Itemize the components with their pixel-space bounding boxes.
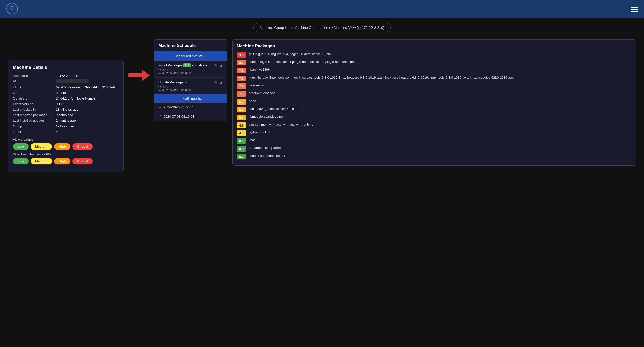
machine-packages-panel: Machine Packages 9.8gir1.2-glib-2.0, lib…	[232, 39, 636, 166]
detail-row: UUID6ec47a80-aaab-45c3-bc84-fcc5913c2e9d	[13, 85, 118, 89]
package-score: 5.3	[237, 115, 246, 120]
package-item: 4.4python3-urllib3	[237, 130, 632, 136]
detail-row: Hostnameip-172-22-2-210	[13, 74, 118, 78]
package-item: 6.7nano	[237, 99, 632, 105]
delete-schedule-icon[interactable]: 🗑	[219, 80, 223, 84]
detail-row: IP	[13, 79, 118, 84]
package-name: python3-urllib3	[249, 130, 270, 135]
view-changes-critical-button[interactable]: Critical	[72, 143, 93, 150]
detail-row: GroupNot assigned	[13, 124, 118, 128]
package-score: 0.0	[237, 138, 246, 144]
view-changes-medium-button[interactable]: Medium	[31, 143, 52, 150]
report-success-icon: ✓	[158, 114, 162, 119]
download-label: Download changes as PDF	[13, 152, 118, 156]
svg-text:🛡: 🛡	[9, 5, 15, 11]
header: 🛡	[0, 0, 644, 18]
package-name: amd64-microcode	[249, 91, 275, 95]
schedule-item: Install Packages 0.1 and above✏🗑One offN…	[154, 61, 227, 78]
package-score: 7.8	[237, 76, 246, 81]
view-changes-high-button[interactable]: High	[54, 143, 70, 150]
package-item: 4.5vim-common, vim, xxd, vim-tiny, vim-r…	[237, 122, 632, 128]
main-content: Machine Details Hostnameip-172-22-2-210I…	[0, 37, 644, 180]
report-item: ✓2024-07-08 04:10:04	[154, 112, 227, 121]
detail-row: OSubuntu	[13, 91, 118, 95]
edit-schedule-icon[interactable]: ✏	[214, 63, 217, 67]
package-score: 6.7	[237, 99, 246, 105]
schedule-item: Update Package List ✏🗑One offNext : 2024…	[154, 78, 227, 94]
package-name: vim-common, vim, xxd, vim-tiny, vim-runt…	[249, 122, 313, 127]
package-name: needrestart	[249, 83, 265, 88]
package-item: 7.8libarchive13t64	[237, 67, 632, 73]
package-name: libmodule-scandeps-perl	[249, 114, 285, 119]
add-scheduled-event-button[interactable]: +	[204, 53, 207, 59]
detail-row: Last reported packages9 hours ago	[13, 113, 118, 117]
package-item: 0.0libacl1	[237, 138, 632, 144]
detail-row: Last installed updates2 months ago	[13, 119, 118, 122]
package-score: 7.8	[237, 68, 246, 73]
detail-rows: Hostnameip-172-22-2-210IPUUID6ec47a80-aa…	[13, 74, 118, 134]
menu-button[interactable]	[631, 7, 638, 12]
package-item: 7.8linux-libc-dev, linux-tools-common li…	[237, 75, 632, 81]
machine-details-panel: Machine Details Hostnameip-172-22-2-210I…	[8, 60, 124, 172]
machine-details-title: Machine Details	[13, 65, 118, 70]
scheduled-events-label: Scheduled events	[174, 54, 202, 58]
detail-row: Labels✏	[13, 130, 118, 134]
detail-row: Last checked in18 minutes ago	[13, 108, 118, 111]
download-medium-button[interactable]: Medium	[31, 158, 52, 164]
package-item: 6.5libcurl3t64-gnutls, libcurl4t64, curl	[237, 107, 632, 112]
package-name: apparmor, libapparmor1	[249, 146, 284, 150]
machine-schedule-panel: Machine Schedule Scheduled events + Inst…	[154, 39, 227, 121]
package-item: 0.0apparmor, libapparmor1	[237, 146, 632, 152]
score-badge: 0.1	[183, 63, 191, 67]
download-buttons: LowMediumHighCritical	[13, 158, 118, 164]
package-score: 4.4	[237, 130, 246, 136]
package-score: 9.8	[237, 52, 246, 58]
package-item: 5.3libmodule-scandeps-perl	[237, 114, 632, 120]
package-name: nano	[249, 99, 256, 103]
packages-title: Machine Packages	[237, 44, 632, 49]
report-item: ✗2024-09-27 01:50:35	[154, 103, 227, 112]
detail-row: OS version24.04.1 LTS (Noble Numbat)	[13, 96, 118, 100]
package-name: libheif-plugin-libde265, libheif-plugin-…	[249, 60, 359, 64]
logo: 🛡	[6, 3, 18, 16]
breadcrumb: Machine Group List > Machine Group List …	[253, 23, 390, 32]
download-critical-button[interactable]: Critical	[72, 158, 93, 164]
view-changes-buttons: LowMediumHighCritical	[13, 143, 118, 150]
package-name: gir1.2-glib-2.0, libglib2.0t64, libglib2…	[249, 52, 331, 56]
view-changes-label: View changes	[13, 138, 118, 141]
edit-schedule-icon[interactable]: ✏	[214, 80, 217, 84]
package-name: linux-libc-dev, linux-tools-common linux…	[249, 75, 514, 80]
install-reports: ✗2024-09-27 01:50:35✓2024-07-08 04:10:04	[154, 103, 227, 121]
package-score: 7.8	[237, 83, 246, 89]
arrow-container	[129, 70, 149, 81]
packages-list: 9.8gir1.2-glib-2.0, libglib2.0t64, libgl…	[237, 52, 632, 159]
package-item: 7.8needrestart	[237, 83, 632, 89]
package-name: libarchive13t64	[249, 67, 271, 72]
detail-row: Client Version0.1.31	[13, 102, 118, 106]
schedule-title: Machine Schedule	[154, 40, 227, 51]
package-name: libcurl3t64-gnutls, libcurl4t64, curl	[249, 107, 298, 111]
download-low-button[interactable]: Low	[13, 158, 29, 164]
package-name: libacl1	[249, 138, 258, 142]
package-item: 7.5amd64-microcode	[237, 91, 632, 97]
package-item: 9.8gir1.2-glib-2.0, libglib2.0t64, libgl…	[237, 52, 632, 58]
breadcrumb-bar: Machine Group List > Machine Group List …	[0, 18, 644, 37]
scheduled-events-header: Scheduled events +	[154, 51, 227, 61]
edit-labels-icon[interactable]: ✏	[56, 130, 59, 134]
package-item: 0.0libaudit-common, libaudit1	[237, 154, 632, 159]
download-high-button[interactable]: High	[54, 158, 70, 164]
package-score: 6.5	[237, 107, 246, 112]
report-error-icon: ✗	[158, 105, 162, 109]
view-changes-low-button[interactable]: Low	[13, 143, 29, 150]
delete-schedule-icon[interactable]: 🗑	[219, 63, 223, 67]
package-score: 7.5	[237, 91, 246, 97]
ip-mask	[56, 79, 89, 83]
install-reports-header: Install reports:	[154, 94, 227, 103]
package-item: 8.1libheif-plugin-libde265, libheif-plug…	[237, 60, 632, 65]
package-score: 0.0	[237, 146, 246, 152]
package-score: 4.5	[237, 122, 246, 128]
schedule-items: Install Packages 0.1 and above✏🗑One offN…	[154, 61, 227, 94]
package-score: 0.0	[237, 154, 246, 159]
package-score: 8.1	[237, 60, 246, 65]
package-name: libaudit-common, libaudit1	[249, 154, 287, 158]
